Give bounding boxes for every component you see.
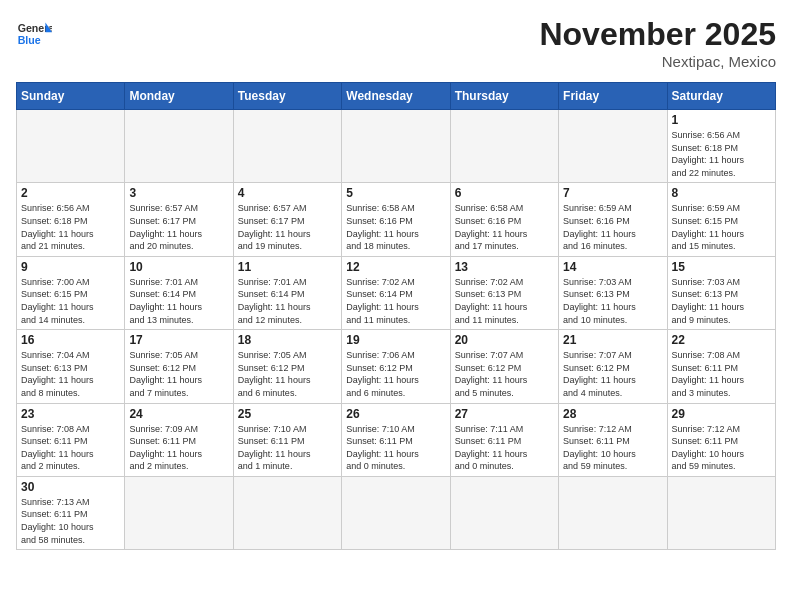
day-number: 5 (346, 186, 445, 200)
calendar-cell (342, 110, 450, 183)
calendar-cell (17, 110, 125, 183)
calendar-cell: 25Sunrise: 7:10 AMSunset: 6:11 PMDayligh… (233, 403, 341, 476)
calendar-cell: 20Sunrise: 7:07 AMSunset: 6:12 PMDayligh… (450, 330, 558, 403)
calendar-cell (667, 476, 775, 549)
calendar-cell (233, 110, 341, 183)
calendar-cell: 19Sunrise: 7:06 AMSunset: 6:12 PMDayligh… (342, 330, 450, 403)
day-number: 8 (672, 186, 771, 200)
day-number: 10 (129, 260, 228, 274)
calendar-cell: 5Sunrise: 6:58 AMSunset: 6:16 PMDaylight… (342, 183, 450, 256)
day-number: 27 (455, 407, 554, 421)
cell-info: Sunrise: 7:08 AMSunset: 6:11 PMDaylight:… (21, 423, 120, 473)
month-title: November 2025 (539, 16, 776, 53)
calendar-cell: 28Sunrise: 7:12 AMSunset: 6:11 PMDayligh… (559, 403, 667, 476)
calendar-cell: 17Sunrise: 7:05 AMSunset: 6:12 PMDayligh… (125, 330, 233, 403)
day-header-saturday: Saturday (667, 83, 775, 110)
title-block: November 2025 Nextipac, Mexico (539, 16, 776, 70)
calendar-cell: 23Sunrise: 7:08 AMSunset: 6:11 PMDayligh… (17, 403, 125, 476)
calendar-cell: 16Sunrise: 7:04 AMSunset: 6:13 PMDayligh… (17, 330, 125, 403)
calendar-cell: 10Sunrise: 7:01 AMSunset: 6:14 PMDayligh… (125, 256, 233, 329)
cell-info: Sunrise: 7:01 AMSunset: 6:14 PMDaylight:… (129, 276, 228, 326)
cell-info: Sunrise: 6:56 AMSunset: 6:18 PMDaylight:… (672, 129, 771, 179)
cell-info: Sunrise: 7:09 AMSunset: 6:11 PMDaylight:… (129, 423, 228, 473)
day-number: 24 (129, 407, 228, 421)
cell-info: Sunrise: 7:12 AMSunset: 6:11 PMDaylight:… (672, 423, 771, 473)
day-number: 28 (563, 407, 662, 421)
calendar-cell (125, 110, 233, 183)
calendar-cell: 24Sunrise: 7:09 AMSunset: 6:11 PMDayligh… (125, 403, 233, 476)
day-number: 4 (238, 186, 337, 200)
calendar-cell (450, 476, 558, 549)
calendar-cell (233, 476, 341, 549)
calendar-cell: 8Sunrise: 6:59 AMSunset: 6:15 PMDaylight… (667, 183, 775, 256)
logo-icon: General Blue (16, 16, 52, 52)
cell-info: Sunrise: 6:56 AMSunset: 6:18 PMDaylight:… (21, 202, 120, 252)
calendar-cell: 13Sunrise: 7:02 AMSunset: 6:13 PMDayligh… (450, 256, 558, 329)
day-number: 29 (672, 407, 771, 421)
calendar-week-0: 1Sunrise: 6:56 AMSunset: 6:18 PMDaylight… (17, 110, 776, 183)
day-header-sunday: Sunday (17, 83, 125, 110)
calendar-cell: 22Sunrise: 7:08 AMSunset: 6:11 PMDayligh… (667, 330, 775, 403)
calendar-cell: 9Sunrise: 7:00 AMSunset: 6:15 PMDaylight… (17, 256, 125, 329)
cell-info: Sunrise: 7:10 AMSunset: 6:11 PMDaylight:… (238, 423, 337, 473)
cell-info: Sunrise: 7:04 AMSunset: 6:13 PMDaylight:… (21, 349, 120, 399)
calendar-cell: 7Sunrise: 6:59 AMSunset: 6:16 PMDaylight… (559, 183, 667, 256)
calendar-cell: 27Sunrise: 7:11 AMSunset: 6:11 PMDayligh… (450, 403, 558, 476)
svg-text:Blue: Blue (18, 34, 41, 46)
cell-info: Sunrise: 7:13 AMSunset: 6:11 PMDaylight:… (21, 496, 120, 546)
calendar-cell: 26Sunrise: 7:10 AMSunset: 6:11 PMDayligh… (342, 403, 450, 476)
calendar-cell: 18Sunrise: 7:05 AMSunset: 6:12 PMDayligh… (233, 330, 341, 403)
calendar-week-2: 9Sunrise: 7:00 AMSunset: 6:15 PMDaylight… (17, 256, 776, 329)
calendar-week-5: 30Sunrise: 7:13 AMSunset: 6:11 PMDayligh… (17, 476, 776, 549)
day-number: 26 (346, 407, 445, 421)
cell-info: Sunrise: 6:58 AMSunset: 6:16 PMDaylight:… (346, 202, 445, 252)
calendar-cell: 30Sunrise: 7:13 AMSunset: 6:11 PMDayligh… (17, 476, 125, 549)
calendar-cell: 2Sunrise: 6:56 AMSunset: 6:18 PMDaylight… (17, 183, 125, 256)
cell-info: Sunrise: 7:01 AMSunset: 6:14 PMDaylight:… (238, 276, 337, 326)
cell-info: Sunrise: 7:02 AMSunset: 6:14 PMDaylight:… (346, 276, 445, 326)
cell-info: Sunrise: 7:00 AMSunset: 6:15 PMDaylight:… (21, 276, 120, 326)
cell-info: Sunrise: 6:57 AMSunset: 6:17 PMDaylight:… (238, 202, 337, 252)
day-number: 30 (21, 480, 120, 494)
day-number: 1 (672, 113, 771, 127)
day-number: 3 (129, 186, 228, 200)
calendar-cell: 3Sunrise: 6:57 AMSunset: 6:17 PMDaylight… (125, 183, 233, 256)
day-number: 17 (129, 333, 228, 347)
day-number: 11 (238, 260, 337, 274)
calendar-week-1: 2Sunrise: 6:56 AMSunset: 6:18 PMDaylight… (17, 183, 776, 256)
calendar-cell (559, 110, 667, 183)
logo: General Blue (16, 16, 52, 52)
day-number: 14 (563, 260, 662, 274)
day-header-friday: Friday (559, 83, 667, 110)
cell-info: Sunrise: 6:57 AMSunset: 6:17 PMDaylight:… (129, 202, 228, 252)
day-number: 15 (672, 260, 771, 274)
day-number: 9 (21, 260, 120, 274)
day-number: 18 (238, 333, 337, 347)
day-number: 21 (563, 333, 662, 347)
day-number: 19 (346, 333, 445, 347)
calendar-week-3: 16Sunrise: 7:04 AMSunset: 6:13 PMDayligh… (17, 330, 776, 403)
day-number: 20 (455, 333, 554, 347)
cell-info: Sunrise: 7:02 AMSunset: 6:13 PMDaylight:… (455, 276, 554, 326)
page-header: General Blue November 2025 Nextipac, Mex… (16, 16, 776, 70)
calendar-cell: 29Sunrise: 7:12 AMSunset: 6:11 PMDayligh… (667, 403, 775, 476)
day-number: 6 (455, 186, 554, 200)
cell-info: Sunrise: 7:11 AMSunset: 6:11 PMDaylight:… (455, 423, 554, 473)
day-number: 13 (455, 260, 554, 274)
location: Nextipac, Mexico (539, 53, 776, 70)
cell-info: Sunrise: 7:05 AMSunset: 6:12 PMDaylight:… (129, 349, 228, 399)
cell-info: Sunrise: 6:58 AMSunset: 6:16 PMDaylight:… (455, 202, 554, 252)
cell-info: Sunrise: 7:03 AMSunset: 6:13 PMDaylight:… (672, 276, 771, 326)
cell-info: Sunrise: 7:05 AMSunset: 6:12 PMDaylight:… (238, 349, 337, 399)
calendar-table: SundayMondayTuesdayWednesdayThursdayFrid… (16, 82, 776, 550)
day-number: 16 (21, 333, 120, 347)
cell-info: Sunrise: 7:06 AMSunset: 6:12 PMDaylight:… (346, 349, 445, 399)
day-header-thursday: Thursday (450, 83, 558, 110)
cell-info: Sunrise: 7:07 AMSunset: 6:12 PMDaylight:… (455, 349, 554, 399)
day-number: 23 (21, 407, 120, 421)
day-number: 25 (238, 407, 337, 421)
calendar-cell (450, 110, 558, 183)
calendar-cell (342, 476, 450, 549)
day-header-monday: Monday (125, 83, 233, 110)
calendar-header: SundayMondayTuesdayWednesdayThursdayFrid… (17, 83, 776, 110)
